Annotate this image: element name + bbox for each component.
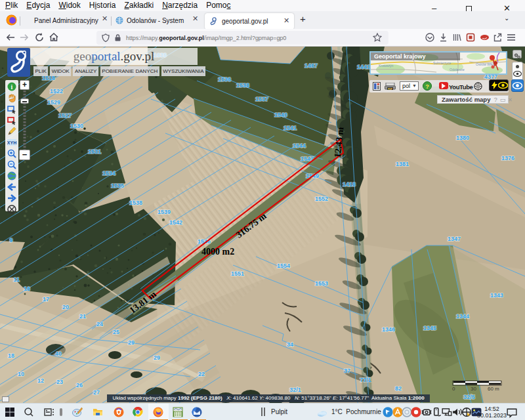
svg-text:9: 9	[9, 237, 12, 243]
svg-text:Sulmierzyce: Sulmierzyce	[433, 61, 451, 65]
svg-text:1535: 1535	[111, 182, 124, 189]
svg-text:37: 37	[344, 368, 350, 374]
svg-text:1534: 1534	[102, 170, 116, 177]
svg-text:1522: 1522	[50, 88, 63, 94]
svg-text:1539: 1539	[158, 209, 171, 215]
svg-text:22: 22	[198, 371, 205, 377]
svg-text:12: 12	[37, 377, 44, 384]
svg-text:30: 30	[471, 386, 476, 392]
svg-text:1344: 1344	[456, 313, 469, 320]
svg-text:PDF: PDF	[388, 88, 393, 91]
svg-text:?: ?	[425, 83, 429, 90]
svg-text:11: 11	[13, 276, 20, 283]
svg-text:1542: 1542	[169, 219, 182, 226]
svg-text:1441: 1441	[357, 64, 370, 70]
svg-text:29: 29	[128, 339, 135, 346]
svg-text:1345: 1345	[423, 325, 436, 331]
svg-text:10: 10	[18, 371, 24, 377]
svg-text:82: 82	[395, 385, 402, 392]
svg-text:1554: 1554	[277, 262, 290, 269]
svg-text:!: !	[469, 412, 471, 416]
svg-text:1467: 1467	[304, 62, 318, 69]
svg-text:1540: 1540	[274, 112, 287, 118]
svg-text:4000 m2: 4000 m2	[201, 247, 234, 257]
svg-text:1541: 1541	[284, 125, 297, 131]
svg-text:21: 21	[79, 313, 86, 320]
svg-text:1538: 1538	[236, 82, 249, 89]
svg-text:16: 16	[24, 285, 30, 292]
svg-text:24: 24	[96, 321, 103, 327]
svg-text:XYH: XYH	[7, 140, 16, 145]
svg-text:i: i	[11, 83, 13, 91]
svg-text:1531: 1531	[88, 148, 101, 155]
svg-text:1346: 1346	[382, 326, 395, 333]
svg-text:1553: 1553	[315, 280, 328, 287]
svg-text:1418: 1418	[343, 181, 356, 188]
svg-text:32/5: 32/5	[463, 394, 475, 400]
svg-text:1376: 1376	[501, 155, 514, 161]
svg-text:1536: 1536	[218, 76, 231, 83]
svg-text:25: 25	[113, 329, 119, 335]
svg-text:40: 40	[55, 350, 62, 357]
svg-text:1527: 1527	[58, 112, 72, 119]
svg-text:77/1: 77/1	[360, 377, 371, 383]
svg-text:1530: 1530	[70, 123, 83, 129]
svg-text:29: 29	[154, 354, 160, 361]
svg-text:1380: 1380	[456, 135, 469, 141]
svg-text:20: 20	[62, 304, 69, 310]
svg-text:60 m: 60 m	[488, 386, 499, 392]
svg-text:1544: 1544	[293, 142, 306, 149]
svg-text:18: 18	[8, 352, 14, 359]
svg-text:26: 26	[76, 382, 83, 388]
svg-text:1343: 1343	[490, 292, 503, 299]
svg-text:1551: 1551	[231, 270, 244, 277]
svg-text:17: 17	[43, 296, 49, 303]
svg-text:1381: 1381	[396, 161, 409, 167]
svg-text:0: 0	[452, 386, 455, 392]
svg-text:1537: 1537	[255, 96, 268, 102]
svg-text:1538: 1538	[129, 200, 142, 206]
svg-text:1347: 1347	[448, 236, 461, 242]
svg-text:34: 34	[287, 341, 293, 348]
svg-text:27: 27	[93, 389, 100, 396]
svg-text:32/1: 32/1	[289, 387, 301, 393]
svg-text:1529: 1529	[47, 99, 60, 106]
svg-text:23: 23	[56, 379, 63, 385]
svg-text:Odolanów: Odolanów	[450, 68, 465, 72]
svg-text:1552: 1552	[315, 196, 328, 202]
svg-text:Krotoszyn: Krotoszyn	[379, 64, 393, 68]
